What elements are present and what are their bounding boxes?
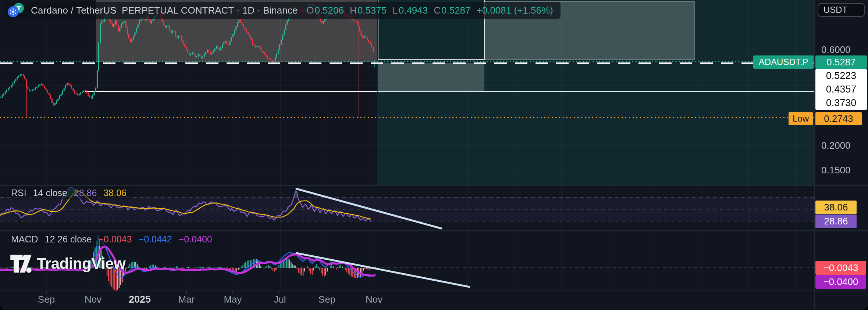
currency-unit-button[interactable]: USDT — [818, 3, 865, 17]
rsi-axis-label: 28.86 — [815, 215, 857, 228]
low-label: L — [392, 5, 398, 16]
macd-signal-axis-label: −0.0400 — [815, 275, 866, 289]
macd-signal-value: −0.0400 — [179, 234, 212, 245]
rsi-legend: RSI 14 close 28.86 38.06 — [9, 187, 132, 199]
level-label-0.3730: 0.3730 — [815, 96, 867, 110]
rsi-legend-params: 14 close — [33, 188, 67, 198]
level-label-0.4357: 0.4357 — [815, 83, 867, 96]
rsi-legend-title[interactable]: RSI — [11, 188, 26, 198]
tradingview-wordmark: TradingView — [37, 255, 125, 273]
time-axis-label-2025: 2025 — [129, 294, 151, 305]
price-tick-0.1500: 0.1500 — [821, 165, 851, 176]
tradingview-chart-window: { "header": { "symbol_title": "Cardano /… — [0, 0, 868, 310]
symbol-price-tag: ADAUSDT.P — [753, 55, 814, 69]
time-axis-label-nov: Nov — [366, 294, 383, 305]
macd-hist-axis-label: −0.0043 — [815, 261, 866, 275]
current-price-label: 0.5287 — [815, 55, 867, 69]
macd-legend-params: 12 26 close — [45, 234, 92, 245]
close-value: 0.5287 — [441, 5, 471, 16]
price-axis[interactable]: USDT 0.6000 0.2000 0.1500 0.5287 0.5223 … — [815, 0, 868, 291]
macd-legend-title[interactable]: MACD — [11, 234, 38, 245]
rsi-ma-value: 38.06 — [103, 188, 127, 198]
macd-legend: MACD 12 26 close −0.0043 −0.0442 −0.0400 — [9, 233, 217, 246]
time-axis-label-nov: Nov — [85, 294, 102, 305]
low-tag: Low — [789, 112, 813, 125]
high-value: 0.5375 — [357, 5, 387, 16]
low-value: 0.4943 — [399, 5, 428, 16]
open-value: 0.5206 — [314, 5, 344, 16]
symbol-button[interactable]: Cardano / TetherUS — [31, 5, 117, 16]
price-tick-0.2000: 0.2000 — [821, 140, 851, 151]
cardano-tether-pair-icon — [7, 3, 26, 18]
high-label: H — [350, 5, 357, 16]
time-axis-label-sep: Sep — [319, 294, 335, 305]
time-axis-label-mar: Mar — [178, 294, 195, 305]
drawing-level-labels: 0.5223 0.4357 0.3730 — [815, 69, 867, 110]
tradingview-watermark[interactable]: TradingView — [10, 253, 125, 274]
macd-hist-value: −0.0043 — [98, 234, 132, 245]
open-label: O — [306, 5, 314, 16]
level-label-0.5223: 0.5223 — [815, 69, 867, 83]
ohlc-readout: O0.5206 H0.5375 L0.4943 C0.5287 +0.0081 … — [306, 5, 553, 16]
chart-canvas[interactable] — [0, 0, 868, 310]
rsi-ma-axis-label: 38.06 — [815, 201, 857, 214]
symbol-header: Cardano / TetherUS PERPETUAL CONTRACT · … — [4, 2, 561, 19]
change-value: +0.0081 (+1.56%) — [477, 5, 553, 16]
price-tick-0.6000: 0.6000 — [821, 44, 851, 55]
tradingview-logo-icon — [10, 253, 32, 274]
macd-line-value: −0.0442 — [139, 234, 172, 245]
time-axis-label-sep: Sep — [38, 294, 55, 305]
rsi-value: 28.86 — [74, 188, 97, 198]
contract-interval-exchange[interactable]: PERPETUAL CONTRACT · 1D · Binance — [122, 5, 298, 16]
time-axis-label-jul: Jul — [274, 294, 286, 305]
time-axis[interactable]: SepNov2025MarMayJulSepNov — [0, 291, 815, 310]
time-axis-label-may: May — [224, 294, 242, 305]
low-price-label: 0.2743 — [815, 112, 862, 125]
close-label: C — [434, 5, 441, 16]
